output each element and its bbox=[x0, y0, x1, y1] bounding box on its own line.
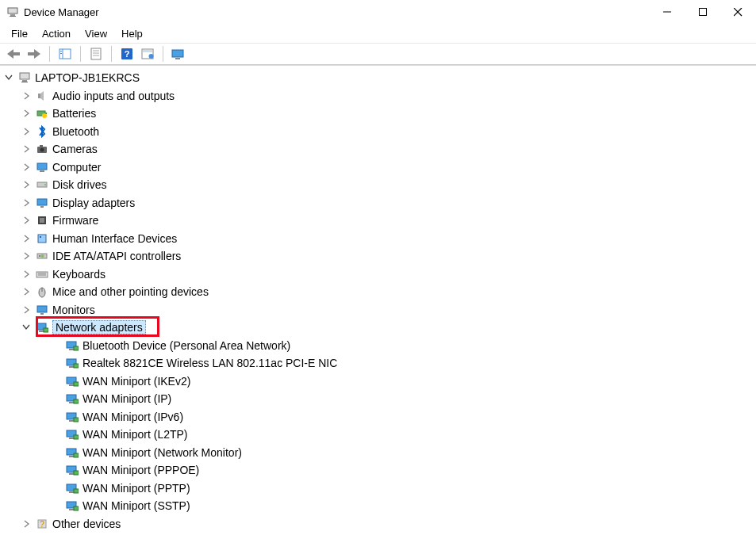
tree-category-label: Human Interface Devices bbox=[52, 232, 177, 245]
tree-device[interactable]: WAN Miniport (PPPOE) bbox=[3, 461, 756, 480]
tree-category[interactable]: Monitors bbox=[3, 301, 756, 319]
svg-rect-80 bbox=[69, 491, 74, 493]
tree-category[interactable]: Batteries bbox=[3, 105, 756, 123]
chevron-down-icon[interactable] bbox=[21, 322, 32, 333]
toolbar-separator bbox=[111, 46, 112, 62]
chevron-right-icon[interactable] bbox=[21, 233, 32, 244]
svg-rect-62 bbox=[69, 384, 74, 386]
svg-rect-33 bbox=[40, 170, 44, 172]
tree-device[interactable]: WAN Miniport (SSTP) bbox=[3, 497, 756, 515]
chevron-right-icon[interactable] bbox=[21, 518, 32, 529]
tree-root-label: LAPTOP-JB1EKRCS bbox=[35, 71, 140, 84]
chevron-right-icon[interactable] bbox=[21, 286, 32, 297]
tree-category[interactable]: Bluetooth bbox=[3, 123, 756, 141]
monitor-icon bbox=[35, 303, 49, 317]
menu-help[interactable]: Help bbox=[115, 25, 149, 42]
camera-icon bbox=[35, 142, 49, 156]
forward-button[interactable] bbox=[25, 45, 43, 63]
tree-device-label: WAN Miniport (Network Monitor) bbox=[83, 446, 242, 459]
tree-category[interactable]: Display adapters bbox=[3, 194, 756, 212]
expander-spacer bbox=[51, 464, 62, 476]
tree-category[interactable]: Disk drives bbox=[3, 176, 756, 194]
tree-category-label: IDE ATA/ATAPI controllers bbox=[52, 250, 181, 262]
device-tree-container[interactable]: LAPTOP-JB1EKRCS Audio inputs and outputs… bbox=[0, 65, 756, 535]
menu-action[interactable]: Action bbox=[36, 25, 77, 42]
chevron-right-icon[interactable] bbox=[21, 162, 32, 173]
svg-rect-51 bbox=[40, 313, 44, 315]
tree-category[interactable]: Human Interface Devices bbox=[3, 230, 756, 248]
tree-category[interactable]: Network adapters bbox=[3, 319, 756, 337]
tree-device[interactable]: Realtek 8821CE Wireless LAN 802.11ac PCI… bbox=[3, 354, 756, 373]
chevron-right-icon[interactable] bbox=[21, 108, 32, 119]
svg-rect-84 bbox=[74, 506, 79, 510]
chevron-right-icon[interactable] bbox=[21, 126, 32, 137]
tree-category[interactable]: Audio inputs and outputs bbox=[3, 87, 756, 105]
chevron-down-icon[interactable] bbox=[3, 72, 14, 83]
chevron-right-icon[interactable] bbox=[21, 269, 32, 280]
tree-category-label: Display adapters bbox=[52, 197, 135, 209]
tree-device-label: Realtek 8821CE Wireless LAN 802.11ac PCI… bbox=[83, 357, 337, 369]
network-adapter-icon bbox=[65, 427, 79, 441]
svg-rect-23 bbox=[22, 80, 27, 82]
tree-category-label: Monitors bbox=[52, 304, 95, 316]
tree-device[interactable]: WAN Miniport (IPv6) bbox=[3, 408, 756, 426]
tree-category[interactable]: Keyboards bbox=[3, 266, 756, 284]
tree-category-label: Bluetooth bbox=[52, 125, 99, 138]
menubar: File Action View Help bbox=[0, 24, 756, 43]
properties-button[interactable] bbox=[87, 45, 105, 63]
svg-rect-56 bbox=[69, 349, 74, 350]
toolbar-separator bbox=[80, 46, 81, 62]
tree-category[interactable]: IDE ATA/ATAPI controllers bbox=[3, 247, 756, 266]
tree-category-label: Batteries bbox=[52, 107, 96, 120]
close-button[interactable] bbox=[720, 0, 756, 24]
scan-hardware-button[interactable] bbox=[170, 45, 187, 63]
tree-device-label: WAN Miniport (SSTP) bbox=[83, 499, 190, 512]
tree-device[interactable]: Bluetooth Device (Personal Area Network) bbox=[3, 337, 756, 355]
tree-category-label: Network adapters bbox=[52, 320, 146, 334]
chevron-right-icon[interactable] bbox=[21, 90, 32, 101]
tree-root[interactable]: LAPTOP-JB1EKRCS bbox=[3, 69, 756, 87]
show-hide-console-tree-button[interactable] bbox=[56, 45, 74, 63]
expander-spacer bbox=[51, 376, 62, 387]
help-button[interactable]: ? bbox=[118, 45, 136, 63]
svg-rect-59 bbox=[69, 366, 74, 368]
chevron-right-icon[interactable] bbox=[21, 179, 32, 190]
chevron-right-icon[interactable] bbox=[21, 143, 32, 155]
tree-category-label: Computer bbox=[52, 161, 101, 174]
svg-point-44 bbox=[41, 254, 44, 258]
tree-device[interactable]: WAN Miniport (IP) bbox=[3, 390, 756, 408]
network-adapter-icon bbox=[65, 463, 79, 477]
tree-category[interactable]: Firmware bbox=[3, 212, 756, 230]
tree-device[interactable]: WAN Miniport (L2TP) bbox=[3, 426, 756, 444]
titlebar: Device Manager bbox=[0, 0, 756, 24]
maximize-button[interactable] bbox=[685, 0, 720, 24]
minimize-button[interactable] bbox=[649, 0, 685, 24]
svg-point-30 bbox=[40, 148, 44, 152]
chevron-right-icon[interactable] bbox=[21, 250, 32, 262]
action-button[interactable] bbox=[139, 45, 156, 63]
svg-rect-37 bbox=[40, 206, 44, 208]
tree-device[interactable]: WAN Miniport (Network Monitor) bbox=[3, 444, 756, 462]
svg-rect-66 bbox=[74, 399, 79, 403]
chevron-right-icon[interactable] bbox=[21, 197, 32, 208]
chevron-right-icon[interactable] bbox=[21, 215, 32, 226]
expander-spacer bbox=[51, 447, 62, 458]
tree-category[interactable]: ?Other devices bbox=[3, 515, 756, 533]
network-adapter-icon bbox=[65, 481, 79, 495]
svg-rect-21 bbox=[175, 58, 180, 59]
display-icon bbox=[35, 196, 49, 210]
tree-category[interactable]: Cameras bbox=[3, 140, 756, 159]
tree-device[interactable]: WAN Miniport (IKEv2) bbox=[3, 373, 756, 391]
tree-device-label: WAN Miniport (IPv6) bbox=[83, 411, 183, 423]
menu-view[interactable]: View bbox=[79, 25, 113, 42]
back-button[interactable] bbox=[5, 45, 22, 63]
tree-category[interactable]: Computer bbox=[3, 159, 756, 177]
svg-rect-53 bbox=[39, 331, 44, 332]
network-adapter-icon bbox=[65, 374, 79, 388]
speaker-icon bbox=[35, 89, 49, 103]
tree-device[interactable]: WAN Miniport (PPTP) bbox=[3, 480, 756, 498]
menu-file[interactable]: File bbox=[5, 25, 34, 42]
ide-icon bbox=[35, 249, 49, 263]
tree-category[interactable]: Mice and other pointing devices bbox=[3, 283, 756, 301]
chevron-right-icon[interactable] bbox=[21, 304, 32, 315]
